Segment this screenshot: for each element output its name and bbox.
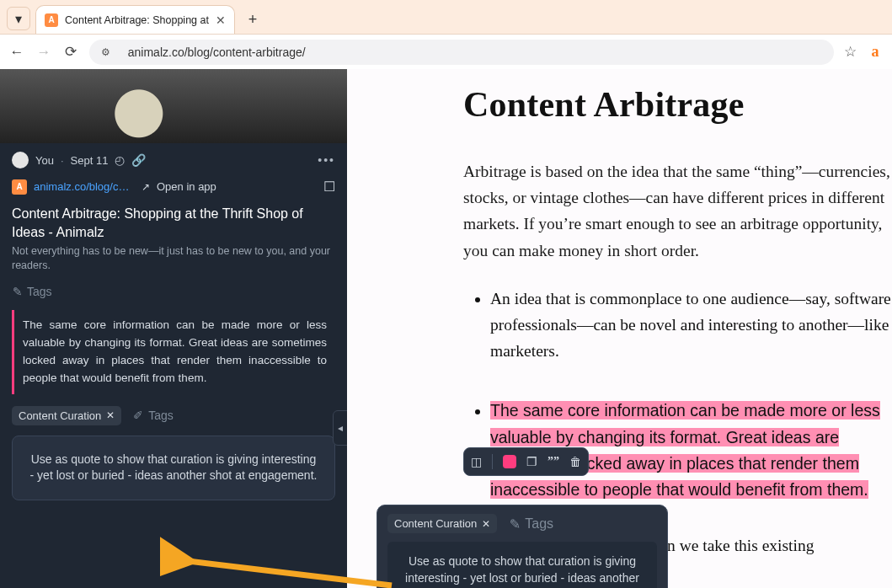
open-external-icon[interactable]: ↗: [142, 181, 150, 193]
url-text: animalz.co/blog/content-arbitrage/: [128, 45, 306, 59]
page-title: Content Arbitrage: [463, 84, 892, 125]
open-in-app[interactable]: Open in app: [157, 180, 216, 193]
tag-icon: ✐: [506, 518, 522, 529]
clock-icon[interactable]: ◴: [115, 153, 125, 167]
chevron-down-icon: ▾: [15, 11, 22, 27]
avatar: [12, 152, 29, 168]
article-paragraph: Arbitrage is based on the idea that the …: [463, 158, 892, 264]
tag-icon: ✐: [10, 286, 24, 297]
source-favicon: A: [12, 179, 27, 195]
copy-icon[interactable]: ❐: [526, 455, 537, 468]
close-icon[interactable]: ✕: [216, 13, 226, 27]
source-domain[interactable]: animalz.co/blog/co…: [34, 180, 135, 193]
page-content: You · Sept 11 ◴ 🔗 ••• A animalz.co/blog/…: [0, 69, 892, 588]
tab-title: Content Arbitrage: Shopping at: [65, 14, 209, 26]
annotation-note[interactable]: Use as quote to show that curation is gi…: [12, 436, 335, 500]
tab-overflow-button[interactable]: ▾: [7, 7, 30, 30]
annotation-sidebar: You · Sept 11 ◴ 🔗 ••• A animalz.co/blog/…: [0, 69, 347, 588]
color-swatch[interactable]: [503, 455, 516, 468]
article-subtitle: Not everything has to be new—it just has…: [0, 244, 347, 281]
tag-icon: ✐: [133, 409, 143, 422]
forward-button[interactable]: →: [35, 44, 52, 61]
highlight-quote: The same core information can be made mo…: [12, 310, 335, 394]
sidebar-collapse-handle[interactable]: ◂: [333, 410, 347, 446]
browser-tab[interactable]: A Content Arbitrage: Shopping at ✕: [35, 5, 235, 34]
tag-chip-label: Content Curation: [394, 517, 477, 530]
extension-icon[interactable]: a: [867, 44, 884, 61]
browser-chrome: ▾ A Content Arbitrage: Shopping at ✕ + ←…: [0, 0, 892, 69]
add-tag-button[interactable]: ✐ Tags: [133, 409, 174, 422]
quote-icon[interactable]: ””: [547, 455, 559, 468]
article-hero-image: [0, 69, 347, 143]
tags-header[interactable]: ✐ Tags: [0, 281, 347, 307]
highlight-toolbar: ◫ ❐ ”” 🗑: [463, 447, 589, 476]
bookmark-icon[interactable]: ☐: [323, 179, 335, 195]
tags-label: Tags: [27, 285, 52, 298]
share-icon[interactable]: 🔗: [131, 153, 146, 167]
note-meta: You · Sept 11 ◴ 🔗 •••: [0, 143, 347, 177]
tag-chip-label: Content Curation: [19, 409, 101, 422]
remove-tag-icon[interactable]: ✕: [106, 409, 115, 421]
tag-chip-row: Content Curation ✕ ✐ Tags: [0, 406, 347, 425]
author-name: You: [35, 154, 54, 167]
back-button[interactable]: ←: [8, 44, 25, 61]
remove-tag-icon[interactable]: ✕: [482, 518, 490, 530]
more-menu-button[interactable]: •••: [318, 153, 335, 167]
list-item: An idea that is commonplace to one audie…: [490, 286, 892, 365]
new-tab-button[interactable]: +: [240, 7, 265, 32]
add-tag-button[interactable]: ✐ Tags: [509, 516, 553, 532]
site-settings-icon[interactable]: ⚙: [101, 46, 111, 58]
tab-favicon: A: [45, 13, 58, 27]
source-row: A animalz.co/blog/co… ↗ Open in app ☐: [0, 177, 347, 200]
reload-button[interactable]: ⟳: [62, 43, 79, 61]
sidebar-toggle-icon[interactable]: ◫: [471, 455, 482, 468]
browser-toolbar: ← → ⟳ ⚙ animalz.co/blog/content-arbitrag…: [0, 34, 892, 69]
trash-icon[interactable]: 🗑: [569, 455, 581, 468]
tag-chip[interactable]: Content Curation ✕: [12, 406, 121, 425]
floating-note-text[interactable]: Use as quote to show that curation is gi…: [387, 542, 657, 588]
note-date: Sept 11: [71, 154, 109, 167]
tab-strip: ▾ A Content Arbitrage: Shopping at ✕ +: [0, 0, 892, 34]
url-bar[interactable]: ⚙ animalz.co/blog/content-arbitrage/: [89, 40, 834, 65]
bookmark-star-icon[interactable]: ☆: [844, 43, 857, 61]
article-title: Content Arbitrage: Shopping at the Thrif…: [0, 200, 347, 244]
tag-chip[interactable]: Content Curation ✕: [387, 514, 497, 533]
floating-annotation-card[interactable]: Content Curation ✕ ✐ Tags Use as quote t…: [377, 505, 668, 588]
